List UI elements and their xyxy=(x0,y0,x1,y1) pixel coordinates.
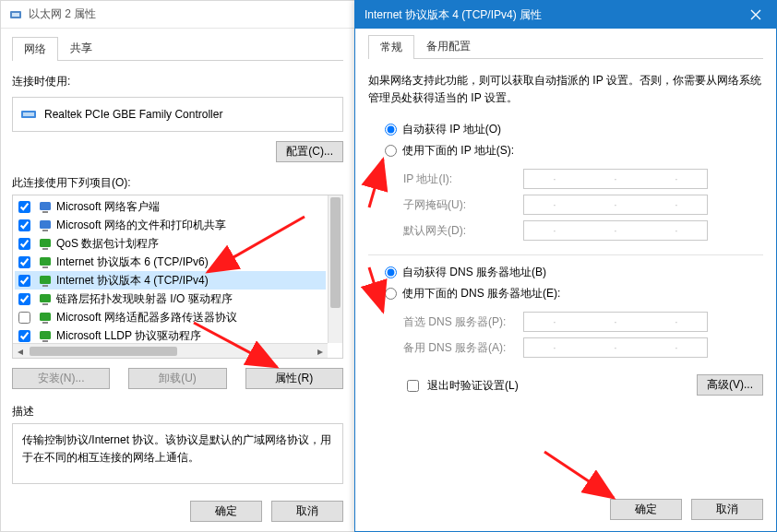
properties-button[interactable]: 属性(R) xyxy=(245,368,343,389)
radio-dns-manual-input[interactable] xyxy=(385,288,397,300)
svg-rect-7 xyxy=(42,230,48,231)
tab-share[interactable]: 共享 xyxy=(58,36,104,60)
svg-rect-9 xyxy=(42,248,48,250)
svg-rect-5 xyxy=(42,211,48,213)
cancel-button[interactable]: 取消 xyxy=(691,499,763,520)
protocol-icon xyxy=(38,328,53,343)
list-item[interactable]: Microsoft LLDP 协议驱动程序 xyxy=(15,326,326,343)
stage: 以太网 2 属性 网络 共享 连接时使用: Realtek PCIe GBE F… xyxy=(0,0,777,532)
info-text: 如果网络支持此功能，则可以获取自动指派的 IP 设置。否则，你需要从网络系统管理… xyxy=(368,72,763,107)
install-button[interactable]: 安装(N)... xyxy=(12,368,110,389)
item-checkbox[interactable] xyxy=(18,201,30,213)
svg-rect-10 xyxy=(40,257,51,266)
radio-dns-auto-input[interactable] xyxy=(385,266,397,278)
list-item[interactable]: Internet 协议版本 6 (TCP/IPv6) xyxy=(15,253,326,271)
tabs: 常规 备用配置 xyxy=(368,34,763,59)
ip-address-label: IP 地址(I): xyxy=(403,171,523,187)
protocol-icon xyxy=(38,273,53,288)
protocol-items-box: Microsoft 网络客户端Microsoft 网络的文件和打印机共享QoS … xyxy=(12,195,343,359)
radio-dns-manual-label: 使用下面的 DNS 服务器地址(E): xyxy=(402,286,560,301)
list-item[interactable]: Microsoft 网络适配器多路传送器协议 xyxy=(15,308,326,326)
adapter-icon xyxy=(8,7,23,22)
list-item[interactable]: QoS 数据包计划程序 xyxy=(15,234,326,253)
protocol-items-list[interactable]: Microsoft 网络客户端Microsoft 网络的文件和打印机共享QoS … xyxy=(13,195,328,343)
section-divider xyxy=(368,254,763,255)
svg-rect-18 xyxy=(40,331,51,339)
radio-ip-manual[interactable]: 使用下面的 IP 地址(S): xyxy=(385,143,763,159)
description-label: 描述 xyxy=(12,404,343,420)
item-checkbox[interactable] xyxy=(18,293,30,305)
dns-preferred-label: 首选 DNS 服务器(P): xyxy=(403,314,523,330)
ip-fields: IP 地址(I): ··· 子网掩码(U): ··· 默认网关(D): ··· xyxy=(403,166,763,243)
dns-preferred-input: ··· xyxy=(523,312,708,332)
item-checkbox[interactable] xyxy=(18,238,30,250)
gateway-label: 默认网关(D): xyxy=(403,223,523,239)
advanced-button[interactable]: 高级(V)... xyxy=(697,374,763,396)
protocol-icon xyxy=(38,291,53,306)
cancel-button[interactable]: 取消 xyxy=(271,501,343,522)
radio-ip-auto[interactable]: 自动获得 IP 地址(O) xyxy=(385,122,763,137)
list-item[interactable]: Internet 协议版本 4 (TCP/IPv4) xyxy=(15,271,326,290)
gateway-input: ··· xyxy=(523,220,708,241)
item-checkbox[interactable] xyxy=(18,275,30,287)
vertical-scrollbar[interactable] xyxy=(328,195,342,343)
svg-rect-17 xyxy=(42,322,48,324)
protocol-icon xyxy=(38,218,53,232)
nic-icon xyxy=(20,106,37,123)
scrollbar-thumb[interactable] xyxy=(30,347,177,356)
tab-network[interactable]: 网络 xyxy=(12,37,58,61)
item-checkbox[interactable] xyxy=(18,330,30,342)
window-body: 网络 共享 连接时使用: Realtek PCIe GBE Family Con… xyxy=(1,29,354,531)
uninstall-button[interactable]: 卸载(U) xyxy=(128,368,226,389)
radio-ip-manual-input[interactable] xyxy=(385,145,397,157)
scrollbar-thumb[interactable] xyxy=(330,197,341,308)
svg-rect-6 xyxy=(40,220,51,229)
item-checkbox[interactable] xyxy=(18,219,30,231)
window-body: 常规 备用配置 如果网络支持此功能，则可以获取自动指派的 IP 设置。否则，你需… xyxy=(355,29,776,531)
protocol-icon xyxy=(38,310,53,325)
list-item[interactable]: Microsoft 网络客户端 xyxy=(15,197,326,216)
window-footer: 确定 取消 xyxy=(368,484,763,520)
tab-alternate[interactable]: 备用配置 xyxy=(414,34,483,58)
dns-alternate-input: ··· xyxy=(523,337,708,358)
item-checkbox[interactable] xyxy=(18,256,30,268)
svg-rect-1 xyxy=(12,13,19,17)
horizontal-scrollbar[interactable]: ◂ ▸ xyxy=(13,343,328,358)
ethernet-properties-window: 以太网 2 属性 网络 共享 连接时使用: Realtek PCIe GBE F… xyxy=(0,0,355,532)
scroll-right-icon[interactable]: ▸ xyxy=(313,344,328,359)
dns-alternate-label: 备用 DNS 服务器(A): xyxy=(403,340,523,356)
configure-button[interactable]: 配置(C)... xyxy=(276,141,343,162)
window-title: Internet 协议版本 4 (TCP/IPv4) 属性 xyxy=(365,7,735,23)
radio-dns-auto-label: 自动获得 DNS 服务器地址(B) xyxy=(402,265,546,280)
radio-dns-auto[interactable]: 自动获得 DNS 服务器地址(B) xyxy=(385,265,763,280)
radio-ip-auto-input[interactable] xyxy=(385,124,397,136)
window-titlebar[interactable]: Internet 协议版本 4 (TCP/IPv4) 属性 xyxy=(355,1,776,29)
svg-rect-3 xyxy=(23,112,34,116)
ipv4-properties-window: Internet 协议版本 4 (TCP/IPv4) 属性 常规 备用配置 如果… xyxy=(354,0,777,532)
ok-button[interactable]: 确定 xyxy=(190,501,262,522)
radio-ip-manual-label: 使用下面的 IP 地址(S): xyxy=(402,143,514,159)
svg-rect-12 xyxy=(40,276,51,284)
item-label: Microsoft 网络的文件和打印机共享 xyxy=(56,218,226,233)
item-label: 链路层拓扑发现映射器 I/O 驱动程序 xyxy=(56,291,233,307)
adapter-box: Realtek PCIe GBE Family Controller xyxy=(12,97,343,132)
tab-general[interactable]: 常规 xyxy=(368,35,414,59)
item-label: Microsoft LLDP 协议驱动程序 xyxy=(56,328,201,344)
item-label: Microsoft 网络客户端 xyxy=(56,199,160,215)
item-label: Internet 协议版本 4 (TCP/IPv4) xyxy=(56,273,209,289)
item-label: QoS 数据包计划程序 xyxy=(56,236,159,252)
item-label: Internet 协议版本 6 (TCP/IPv6) xyxy=(56,254,209,270)
ok-button[interactable]: 确定 xyxy=(610,499,682,520)
svg-rect-13 xyxy=(42,285,48,287)
window-titlebar: 以太网 2 属性 xyxy=(1,1,354,29)
list-item[interactable]: 链路层拓扑发现映射器 I/O 驱动程序 xyxy=(15,290,326,308)
description-text: 传输控制协议/Internet 协议。该协议是默认的广域网络协议，用于在不同的相… xyxy=(12,423,343,484)
radio-dns-manual[interactable]: 使用下面的 DNS 服务器地址(E): xyxy=(385,286,763,301)
close-button[interactable] xyxy=(735,1,776,29)
svg-rect-4 xyxy=(40,202,51,210)
list-item[interactable]: Microsoft 网络的文件和打印机共享 xyxy=(15,216,326,234)
svg-rect-19 xyxy=(42,340,48,342)
tabs: 网络 共享 xyxy=(12,36,343,61)
item-checkbox[interactable] xyxy=(18,312,30,324)
scroll-left-icon[interactable]: ◂ xyxy=(13,344,28,359)
